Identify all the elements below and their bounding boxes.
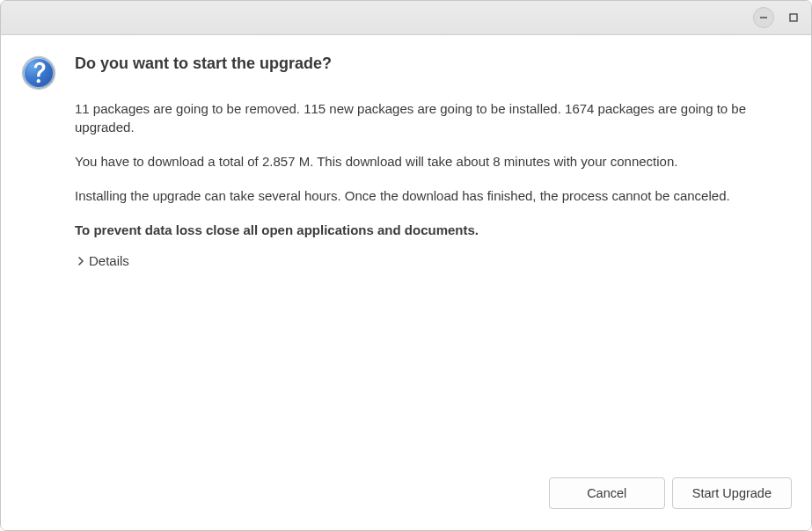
- svg-point-4: [37, 79, 40, 83]
- maximize-button[interactable]: [783, 7, 804, 28]
- upgrade-dialog: Do you want to start the upgrade? 11 pac…: [0, 0, 812, 531]
- dialog-heading: Do you want to start the upgrade?: [75, 53, 792, 75]
- install-summary: Installing the upgrade can take several …: [75, 186, 792, 205]
- dialog-body: Do you want to start the upgrade? 11 pac…: [75, 53, 792, 272]
- data-loss-warning: To prevent data loss close all open appl…: [75, 221, 792, 239]
- question-icon: [20, 55, 57, 91]
- minimize-button[interactable]: [753, 7, 774, 28]
- details-expander[interactable]: Details: [77, 250, 792, 272]
- titlebar: [1, 1, 811, 35]
- start-upgrade-button[interactable]: Start Upgrade: [672, 477, 792, 509]
- packages-summary: 11 packages are going to be removed. 115…: [75, 99, 792, 136]
- svg-rect-1: [790, 14, 797, 21]
- cancel-button[interactable]: Cancel: [549, 477, 665, 509]
- chevron-right-icon: [77, 257, 85, 266]
- details-label: Details: [89, 251, 129, 270]
- dialog-content: Do you want to start the upgrade? 11 pac…: [1, 35, 811, 530]
- download-summary: You have to download a total of 2.857 M.…: [75, 152, 792, 171]
- button-row: Cancel Start Upgrade: [20, 472, 792, 520]
